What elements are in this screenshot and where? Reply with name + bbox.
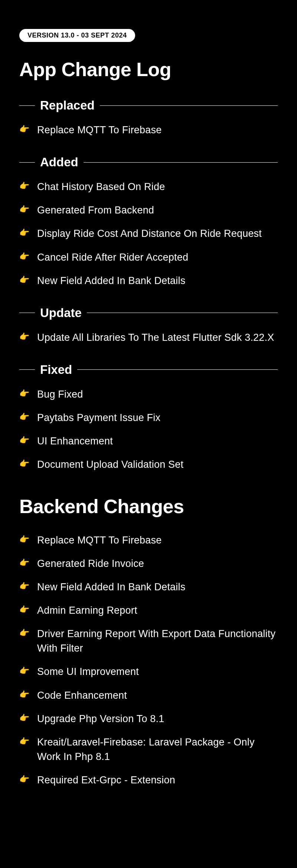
backend-list: 👉 Replace MQTT To Firebase 👉 Generated R… <box>19 533 278 788</box>
replaced-list: 👉 Replace MQTT To Firebase <box>19 123 278 137</box>
update-list: 👉 Update All Libraries To The Latest Flu… <box>19 330 278 345</box>
section-divider-update: Update <box>19 306 278 320</box>
change-text: Paytabs Payment Issue Fix <box>37 411 160 425</box>
pointing-right-icon: 👉 <box>19 712 37 724</box>
divider-line <box>100 105 278 106</box>
list-item: 👉 Upgrade Php Version To 8.1 <box>19 712 278 726</box>
list-item: 👉 Update All Libraries To The Latest Flu… <box>19 330 278 345</box>
change-text: UI Enhancement <box>37 434 113 448</box>
pointing-right-icon: 👉 <box>19 250 37 262</box>
change-text: Kreait/Laravel-Firebase: Laravel Package… <box>37 735 278 764</box>
change-text: Chat History Based On Ride <box>37 180 165 194</box>
section-divider-fixed: Fixed <box>19 363 278 377</box>
divider-line <box>87 313 278 313</box>
section-divider-replaced: Replaced <box>19 98 278 112</box>
pointing-right-icon: 👉 <box>19 580 37 592</box>
section-title-fixed: Fixed <box>35 363 77 377</box>
list-item: 👉 Generated From Backend <box>19 203 278 218</box>
pointing-right-icon: 👉 <box>19 533 37 545</box>
divider-line <box>77 369 278 370</box>
list-item: 👉 Replace MQTT To Firebase <box>19 123 278 137</box>
list-item: 👉 Some UI Improvement <box>19 665 278 679</box>
pointing-right-icon: 👉 <box>19 203 37 215</box>
list-item: 👉 Cancel Ride After Rider Accepted <box>19 250 278 265</box>
list-item: 👉 New Field Added In Bank Details <box>19 274 278 288</box>
list-item: 👉 Display Ride Cost And Distance On Ride… <box>19 226 278 241</box>
change-text: Replace MQTT To Firebase <box>37 123 161 137</box>
divider-line <box>84 162 278 163</box>
change-text: Display Ride Cost And Distance On Ride R… <box>37 226 262 241</box>
change-text: Upgrade Php Version To 8.1 <box>37 712 164 726</box>
change-text: New Field Added In Bank Details <box>37 274 185 288</box>
divider-line <box>19 369 35 370</box>
pointing-right-icon: 👉 <box>19 603 37 616</box>
list-item: 👉 New Field Added In Bank Details <box>19 580 278 594</box>
change-text: Driver Earning Report With Export Data F… <box>37 627 278 656</box>
list-item: 👉 Chat History Based On Ride <box>19 180 278 194</box>
added-list: 👉 Chat History Based On Ride 👉 Generated… <box>19 180 278 288</box>
change-text: Document Upload Validation Set <box>37 457 183 472</box>
list-item: 👉 Bug Fixed <box>19 387 278 402</box>
list-item: 👉 Paytabs Payment Issue Fix <box>19 411 278 425</box>
change-text: Bug Fixed <box>37 387 83 402</box>
divider-line <box>19 105 35 106</box>
pointing-right-icon: 👉 <box>19 411 37 423</box>
list-item: 👉 Kreait/Laravel-Firebase: Laravel Packa… <box>19 735 278 764</box>
change-text: New Field Added In Bank Details <box>37 580 185 594</box>
change-text: Required Ext-Grpc - Extension <box>37 773 175 787</box>
pointing-right-icon: 👉 <box>19 434 37 446</box>
pointing-right-icon: 👉 <box>19 773 37 785</box>
pointing-right-icon: 👉 <box>19 274 37 286</box>
change-text: Generated From Backend <box>37 203 154 218</box>
change-text: Generated Ride Invoice <box>37 557 144 571</box>
list-item: 👉 Required Ext-Grpc - Extension <box>19 773 278 787</box>
pointing-right-icon: 👉 <box>19 735 37 747</box>
pointing-right-icon: 👉 <box>19 457 37 470</box>
backend-title: Backend Changes <box>19 495 278 518</box>
version-badge: VERSION 13.0 - 03 SEPT 2024 <box>19 29 135 42</box>
pointing-right-icon: 👉 <box>19 627 37 639</box>
pointing-right-icon: 👉 <box>19 557 37 569</box>
pointing-right-icon: 👉 <box>19 688 37 701</box>
list-item: 👉 Code Enhancement <box>19 688 278 703</box>
pointing-right-icon: 👉 <box>19 387 37 399</box>
page-title: App Change Log <box>19 58 278 81</box>
pointing-right-icon: 👉 <box>19 180 37 192</box>
fixed-list: 👉 Bug Fixed 👉 Paytabs Payment Issue Fix … <box>19 387 278 472</box>
list-item: 👉 UI Enhancement <box>19 434 278 448</box>
section-title-added: Added <box>35 155 84 169</box>
pointing-right-icon: 👉 <box>19 330 37 343</box>
pointing-right-icon: 👉 <box>19 226 37 239</box>
list-item: 👉 Replace MQTT To Firebase <box>19 533 278 548</box>
pointing-right-icon: 👉 <box>19 123 37 135</box>
change-text: Code Enhancement <box>37 688 127 703</box>
list-item: 👉 Generated Ride Invoice <box>19 557 278 571</box>
divider-line <box>19 162 35 163</box>
section-title-replaced: Replaced <box>35 98 100 112</box>
list-item: 👉 Admin Earning Report <box>19 603 278 618</box>
change-text: Cancel Ride After Rider Accepted <box>37 250 188 265</box>
list-item: 👉 Document Upload Validation Set <box>19 457 278 472</box>
pointing-right-icon: 👉 <box>19 665 37 677</box>
change-text: Update All Libraries To The Latest Flutt… <box>37 330 274 345</box>
change-text: Some UI Improvement <box>37 665 139 679</box>
change-text: Admin Earning Report <box>37 603 137 618</box>
section-divider-added: Added <box>19 155 278 169</box>
divider-line <box>19 313 35 313</box>
change-text: Replace MQTT To Firebase <box>37 533 161 548</box>
list-item: 👉 Driver Earning Report With Export Data… <box>19 627 278 656</box>
section-title-update: Update <box>35 306 87 320</box>
